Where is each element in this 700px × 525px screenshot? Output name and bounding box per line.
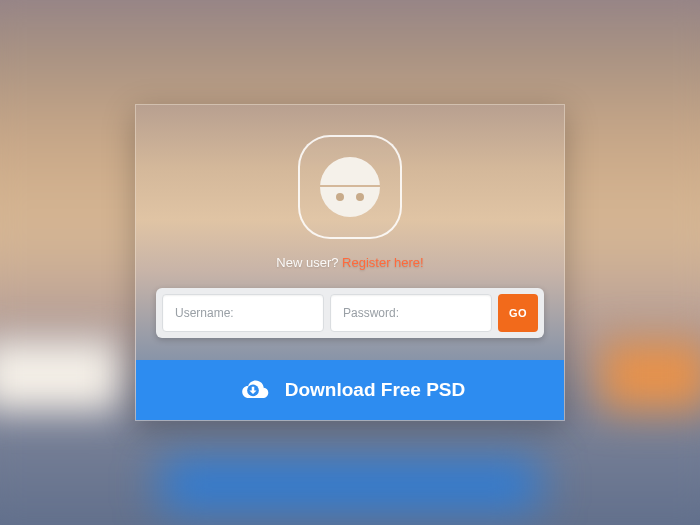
login-card: New user? Register here! GO Download Fre… — [135, 104, 565, 421]
background-blur-decor — [160, 460, 540, 510]
download-label: Download Free PSD — [285, 379, 466, 401]
register-link[interactable]: Register here! — [342, 255, 424, 270]
login-form: GO — [156, 288, 544, 338]
submit-button[interactable]: GO — [498, 294, 538, 332]
cloud-download-icon — [235, 377, 271, 403]
register-prompt: New user? — [276, 255, 342, 270]
avatar-frame-icon — [298, 135, 402, 239]
avatar-eyes-icon — [320, 193, 380, 201]
download-button[interactable]: Download Free PSD — [136, 360, 564, 420]
username-input[interactable] — [162, 294, 324, 332]
avatar-face-icon — [320, 157, 380, 217]
background-blur-decor — [600, 340, 700, 410]
background-blur-decor — [0, 340, 120, 410]
password-input[interactable] — [330, 294, 492, 332]
register-row: New user? Register here! — [276, 255, 423, 270]
card-top-panel: New user? Register here! GO — [136, 105, 564, 360]
